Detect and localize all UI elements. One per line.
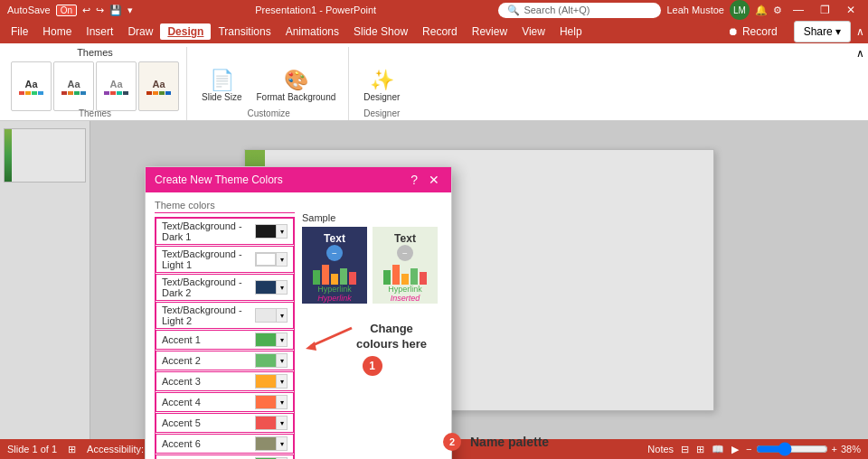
app-title: Presentation1 - PowerPoint: [255, 5, 376, 15]
ribbon-collapse-arrow[interactable]: ∧: [856, 47, 864, 60]
swatch-dropdown-dark2[interactable]: ▾: [276, 281, 287, 294]
menu-item-view[interactable]: View: [514, 23, 552, 40]
chart-bar-l5: [420, 272, 427, 285]
redo-icon[interactable]: ↪: [96, 5, 104, 16]
sample-minus-icon: −: [332, 248, 337, 258]
designer-button[interactable]: ✨ Designer: [358, 65, 405, 106]
main-area: 1 Create New Theme Colors ? ✕: [0, 121, 868, 439]
user-name: Leah Mustoe: [666, 5, 724, 15]
chart-bar-4: [340, 268, 347, 285]
menu-item-review[interactable]: Review: [465, 23, 514, 40]
color-swatch-accent5[interactable]: ▾: [255, 416, 288, 430]
collapse-ribbon-icon[interactable]: ∧: [856, 25, 864, 38]
color-swatch-light1[interactable]: ▾: [255, 252, 288, 267]
color-swatch-accent4[interactable]: ▾: [255, 395, 288, 409]
swatch-dropdown-light1[interactable]: ▾: [276, 253, 287, 266]
chart-bar-l4: [410, 268, 418, 285]
settings-icon[interactable]: ⚙: [773, 5, 782, 16]
swatch-dropdown-accent6[interactable]: ▾: [276, 437, 287, 450]
title-bar-center: Presentation1 - PowerPoint: [133, 5, 498, 15]
theme-thumb-3[interactable]: Aa: [96, 61, 137, 111]
menu-item-record[interactable]: Record: [415, 23, 465, 40]
theme-colors-label: Theme colors: [155, 200, 295, 213]
swatch-accent3: [256, 375, 276, 388]
view-presenter-icon[interactable]: ▶: [731, 444, 739, 455]
menu-item-insert[interactable]: Insert: [79, 23, 120, 40]
search-box[interactable]: 🔍 Search (Alt+Q): [498, 3, 661, 18]
theme-thumb-2[interactable]: Aa: [53, 61, 94, 111]
dialog-body: Theme colors Text/Background - Dark 1 ▾: [146, 192, 451, 459]
dialog-title-buttons: ? ✕: [408, 173, 442, 187]
theme-thumb-1[interactable]: Aa: [11, 61, 52, 111]
color-row-accent5: Accent 5 ▾: [156, 413, 294, 433]
swatch-dropdown-accent5[interactable]: ▾: [276, 417, 287, 429]
share-button[interactable]: Share ▾: [794, 21, 851, 42]
dialog-content-area: Theme colors Text/Background - Dark 1 ▾: [155, 200, 442, 459]
color-swatch-dark2[interactable]: ▾: [255, 280, 288, 295]
create-theme-dialog: Create New Theme Colors ? ✕ Theme colors…: [145, 166, 452, 459]
slide-size-button[interactable]: 📄 Slide Size: [196, 65, 247, 106]
slide-view-icon[interactable]: ⊞: [68, 444, 76, 455]
color-swatch-dark1[interactable]: ▾: [255, 224, 288, 239]
dialog-title-bar: Create New Theme Colors ? ✕: [146, 167, 451, 192]
swatch-dropdown-accent1[interactable]: ▾: [276, 333, 287, 346]
color-rows-panel: Theme colors Text/Background - Dark 1 ▾: [155, 200, 295, 459]
dialog-close-button[interactable]: ✕: [426, 173, 442, 187]
user-avatar[interactable]: LM: [730, 0, 750, 20]
swatch-dropdown-accent4[interactable]: ▾: [276, 396, 287, 408]
zoom-slider[interactable]: [756, 442, 828, 456]
record-button[interactable]: ⏺ Record: [717, 22, 788, 42]
notes-button[interactable]: Notes: [647, 444, 674, 454]
ribbon-controls: ⏺ Record Share ▾ ∧: [717, 21, 864, 42]
menu-item-help[interactable]: Help: [552, 23, 590, 40]
save-icon[interactable]: 💾: [109, 5, 122, 16]
sample-links-light: Hyperlink Inserted: [388, 285, 422, 303]
slidesize-icon: 📄: [210, 69, 234, 92]
color-row-dark1: Text/Background - Dark 1 ▾: [156, 218, 294, 245]
swatch-dropdown-accent3[interactable]: ▾: [276, 375, 287, 388]
close-button[interactable]: ✕: [841, 4, 861, 16]
zoom-out-icon[interactable]: −: [746, 444, 751, 454]
slide-info: Slide 1 of 1: [7, 444, 57, 454]
name-palette-text: Name palette: [470, 435, 549, 449]
undo-icon[interactable]: ↩: [82, 5, 90, 16]
color-row-light2: Text/Background - Light 2 ▾: [156, 302, 294, 329]
color-swatch-accent3[interactable]: ▾: [255, 374, 288, 389]
menu-item-home[interactable]: Home: [35, 23, 79, 40]
annotation-arrow-area: Changecolours here: [302, 322, 442, 352]
chart-bar-l2: [392, 265, 400, 285]
theme-thumb-4[interactable]: Aa: [138, 61, 179, 111]
menu-item-file[interactable]: File: [4, 23, 35, 40]
minimize-button[interactable]: —: [788, 4, 809, 16]
menu-item-transitions[interactable]: Transitions: [211, 23, 278, 40]
zoom-in-icon[interactable]: +: [832, 444, 837, 454]
maximize-button[interactable]: ❐: [815, 4, 835, 16]
chart-bar-2: [322, 265, 329, 285]
swatch-dropdown-dark1[interactable]: ▾: [276, 225, 287, 238]
swatch-dropdown-light2[interactable]: ▾: [276, 309, 287, 322]
color-swatch-light2[interactable]: ▾: [255, 308, 288, 323]
color-row-hyperlink: Hyperlink ▾: [156, 454, 294, 459]
view-normal-icon[interactable]: ⊟: [681, 444, 689, 455]
menu-item-design[interactable]: Design: [160, 23, 211, 40]
color-swatch-accent1[interactable]: ▾: [255, 333, 288, 347]
view-reading-icon[interactable]: 📖: [712, 444, 724, 455]
swatch-accent6: [256, 437, 276, 450]
format-background-button[interactable]: 🎨 Format Background: [250, 65, 341, 106]
change-colors-text: Changecolours here: [356, 322, 427, 352]
chart-bar-3: [331, 274, 338, 285]
notifications-icon[interactable]: 🔔: [755, 5, 768, 16]
color-swatch-accent2[interactable]: ▾: [255, 353, 288, 368]
menu-item-draw[interactable]: Draw: [120, 23, 160, 40]
menu-item-slideshow[interactable]: Slide Show: [346, 23, 415, 40]
chart-bar-5: [349, 272, 356, 285]
dialog-help-button[interactable]: ?: [408, 173, 420, 187]
autosave-badge[interactable]: On: [56, 5, 77, 16]
menu-item-animations[interactable]: Animations: [278, 23, 346, 40]
record-dot-icon: ⏺: [728, 25, 739, 38]
title-bar-left: AutoSave On ↩ ↪ 💾 ▾: [7, 5, 133, 16]
color-swatch-accent6[interactable]: ▾: [255, 436, 288, 451]
view-slide-sorter-icon[interactable]: ⊞: [696, 444, 704, 455]
swatch-dropdown-accent2[interactable]: ▾: [276, 354, 287, 367]
color-row-accent3: Accent 3 ▾: [156, 371, 294, 391]
